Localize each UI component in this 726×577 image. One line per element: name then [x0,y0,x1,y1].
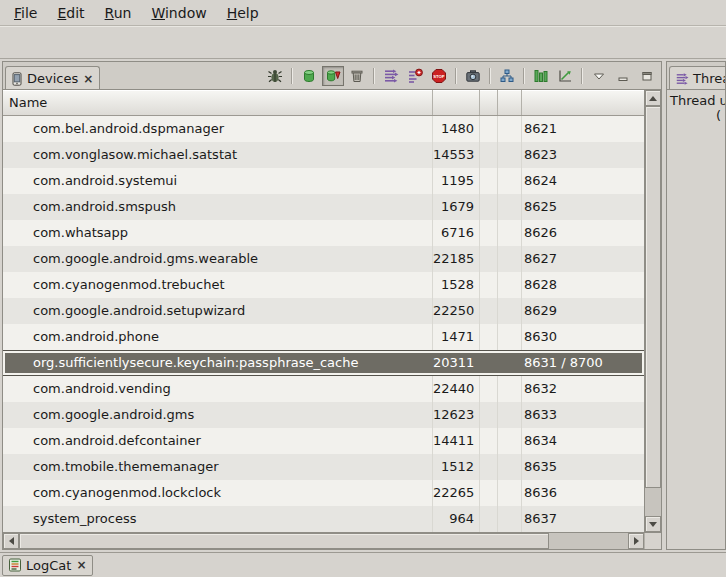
empty-cell [480,220,498,246]
stop-process-icon: STOP [431,68,447,84]
scroll-up-button[interactable] [645,90,661,106]
column-header-empty2[interactable] [498,90,522,115]
empty-cell [498,168,522,194]
process-name: com.google.android.gms [3,402,433,428]
table-row[interactable]: com.google.android.gms 12623 8633 [3,402,644,428]
process-pid: 22250 [433,298,480,324]
scroll-right-button[interactable] [628,533,644,549]
table-row[interactable]: com.google.android.setupwizard 22250 862… [3,298,644,324]
scroll-left-button[interactable] [3,533,19,549]
logcat-tab-close-icon[interactable]: × [75,558,87,572]
empty-cell [498,324,522,350]
table-row[interactable]: com.android.systemui 1195 8624 [3,168,644,194]
tab-devices-close-icon[interactable]: × [82,72,94,86]
screen-capture-button[interactable] [462,66,484,86]
empty-cell [498,454,522,480]
devices-tabbar: Devices × [3,62,661,90]
empty-cell [480,298,498,324]
empty-cell [480,116,498,142]
process-pid: 22265 [433,480,480,506]
empty-cell [480,376,498,402]
capture-systrace-button[interactable] [530,66,552,86]
view-menu-button[interactable] [588,66,610,86]
vertical-scrollbar[interactable] [644,90,661,532]
process-port: 8633 [522,402,644,428]
empty-cell [498,298,522,324]
eclipse-ddms-window: File Edit Run Window Help Devices × [0,0,726,577]
table-row[interactable]: com.vonglasow.michael.satstat 14553 8623 [3,142,644,168]
menu-edit[interactable]: Edit [47,3,94,23]
toolbar-separator [373,68,375,84]
threads-icon [675,72,689,86]
stop-process-button[interactable]: STOP [428,66,450,86]
empty-cell [480,402,498,428]
logcat-tab[interactable]: LogCat × [2,555,93,576]
process-port: 8635 [522,454,644,480]
process-pid: 1471 [433,324,480,350]
empty-cell [480,351,498,375]
process-name: com.android.smspush [3,194,433,220]
start-method-profiling-button[interactable] [404,66,426,86]
debug-process-button[interactable] [264,66,286,86]
table-row[interactable]: org.sufficientlysecure.keychain:passphra… [3,350,644,376]
tab-threads[interactable]: Threads × [669,66,725,90]
vertical-scrollbar-thumb[interactable] [645,106,661,488]
column-header-name[interactable]: Name [3,90,433,115]
process-pid: 1528 [433,272,480,298]
table-row[interactable]: com.android.vending 22440 8632 [3,376,644,402]
update-heap-button[interactable] [298,66,320,86]
threads-message-line1: Thread up [670,93,725,108]
maximize-icon [641,70,653,82]
process-name: com.cyanogenmod.lockclock [3,480,433,506]
table-row[interactable]: system_process 964 8637 [3,506,644,532]
table-row[interactable]: com.cyanogenmod.lockclock 22265 8636 [3,480,644,506]
logcat-icon [8,558,22,572]
update-threads-button[interactable] [380,66,402,86]
minimize-view-button[interactable] [612,66,634,86]
table-row[interactable]: com.google.android.gms.wearable 22185 86… [3,246,644,272]
tab-devices[interactable]: Devices × [5,66,100,90]
table-row[interactable]: com.tmobile.thememanager 1512 8635 [3,454,644,480]
column-header-pid[interactable] [433,90,480,115]
device-table: Name com.bel.android.dspmanager 1480 862… [3,90,661,549]
empty-cell [498,142,522,168]
table-row[interactable]: com.android.phone 1471 8630 [3,324,644,350]
process-name: org.sufficientlysecure.keychain:passphra… [3,351,433,375]
update-threads-icon [383,68,399,84]
empty-cell [498,220,522,246]
empty-cell [480,454,498,480]
table-row[interactable]: com.whatsapp 6716 8626 [3,220,644,246]
threads-view: Threads × Thread up ( [666,61,726,550]
menu-run[interactable]: Run [95,3,142,23]
table-row[interactable]: com.bel.android.dspmanager 1480 8621 [3,116,644,142]
cause-gc-button[interactable] [346,66,368,86]
process-port: 8623 [522,142,644,168]
menu-window[interactable]: Window [141,3,216,23]
menu-help[interactable]: Help [217,3,269,23]
devices-view: Devices × [2,61,662,550]
column-header-port[interactable] [522,90,644,115]
start-method-profiling-icon [407,68,423,84]
toolbar-separator [291,68,293,84]
menu-file[interactable]: File [4,3,47,23]
start-opengl-trace-button[interactable] [554,66,576,86]
empty-cell [498,506,522,532]
horizontal-scrollbar[interactable] [3,533,644,549]
column-header-empty1[interactable] [480,90,498,115]
table-row[interactable]: com.cyanogenmod.trebuchet 1528 8628 [3,272,644,298]
empty-cell [480,506,498,532]
threads-message: Thread up ( [667,90,725,549]
maximize-view-button[interactable] [636,66,658,86]
empty-cell [498,272,522,298]
table-row[interactable]: com.android.defcontainer 14411 8634 [3,428,644,454]
dump-view-hierarchy-button[interactable] [496,66,518,86]
main-toolbar-strip [0,26,726,59]
process-pid: 6716 [433,220,480,246]
process-name: com.android.systemui [3,168,433,194]
main-area: Devices × [0,59,726,552]
horizontal-scrollbar-thumb[interactable] [19,533,549,549]
dump-hprof-button[interactable] [322,66,344,86]
table-row[interactable]: com.android.smspush 1679 8625 [3,194,644,220]
empty-cell [498,428,522,454]
scroll-down-button[interactable] [645,516,661,532]
